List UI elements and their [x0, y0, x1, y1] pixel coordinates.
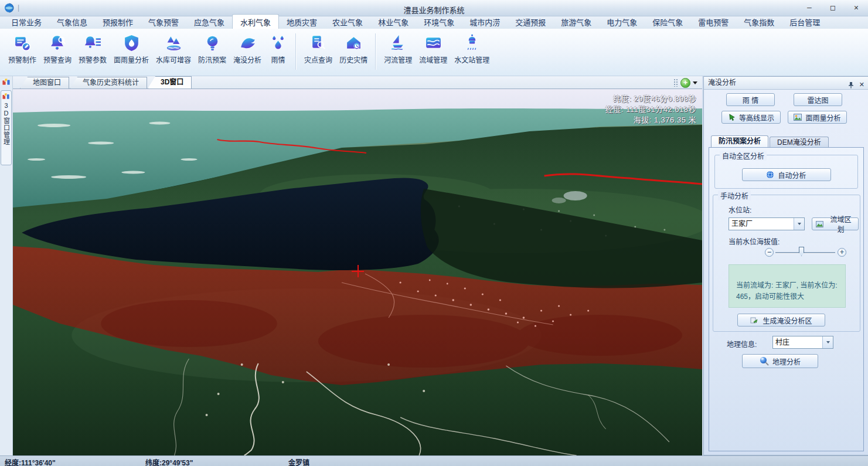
tab-3d-window[interactable]: 3D窗口 [148, 76, 192, 89]
ribbon-button-label: 预警查询 [43, 55, 72, 64]
panel-close-icon[interactable]: ✕ [859, 79, 864, 91]
basin-management-button[interactable]: 流域管理 [416, 33, 451, 65]
panel-title: 淹没分析 [708, 79, 736, 87]
magnifier-sphere-icon [760, 356, 769, 366]
ribbon-button-label: 雨情 [271, 55, 285, 64]
combo-dropdown-button[interactable] [794, 218, 804, 230]
manual-analysis-group: 手动分析 水位站: 王家厂 流域区划 当前水位海拔值: − + 当前流域为: 王… [713, 195, 860, 332]
ribbon-button-label: 水库可增容 [156, 55, 191, 64]
flood-plan-icon [203, 33, 222, 53]
menu-item-1[interactable]: 气象信息 [49, 15, 95, 29]
ribbon-button-label: 水文站管理 [454, 55, 489, 64]
minimize-button[interactable]: – [805, 3, 814, 12]
ribbon-button-label: 面雨量分析 [114, 55, 149, 64]
flood-submerge-icon [238, 33, 257, 53]
contour-display-button[interactable]: 等高线显示 [721, 111, 781, 124]
menu-item-17[interactable]: 后台管理 [782, 15, 828, 29]
title-bar: | 澧县业务制作系统 – □ ✕ [0, 0, 868, 16]
tab-weather-history[interactable]: 气象历史资料统计 [70, 77, 147, 89]
maximize-button[interactable]: □ [828, 3, 838, 12]
warning-query-button[interactable]: 预警查询 [40, 33, 75, 65]
pin-icon[interactable] [848, 81, 854, 89]
panel-tab-0[interactable]: 防汛预案分析 [711, 135, 768, 148]
submerge-analysis-button[interactable]: 淹没分析 [230, 33, 265, 65]
rain-info-button[interactable]: 雨情 [265, 33, 291, 65]
latitude-readout: 纬度: 29度46分0.898秒 [605, 94, 696, 104]
menu-item-8[interactable]: 林业气象 [370, 15, 416, 29]
picture-icon [816, 221, 823, 227]
analysis-info-box: 当前流域为: 王家厂, 当前水位为: 465，启动可能性很大 [729, 264, 846, 308]
generate-submerge-area-button[interactable]: 生成淹没分析区 [737, 314, 825, 326]
chevron-down-icon [798, 223, 801, 225]
warning-compose-button[interactable]: 预警制作 [5, 33, 40, 65]
slider-decrease-button[interactable]: − [765, 248, 774, 257]
hydrostation-icon [462, 33, 482, 53]
rain-condition-button[interactable]: 雨 情 [726, 93, 775, 106]
status-latitude: 纬度:29°49'53" [145, 457, 193, 466]
close-button[interactable]: ✕ [852, 3, 861, 12]
station-label: 水位站: [729, 205, 751, 215]
disaster-query-button[interactable]: 灾点查询 [301, 33, 336, 65]
hydrostation-management-button[interactable]: 水文站管理 [451, 33, 493, 65]
warning-params-icon [83, 33, 103, 53]
ribbon-group-1: 灾点查询 历史灾情 [301, 33, 371, 65]
ribbon-button-label: 河流管理 [384, 55, 412, 64]
chevron-down-icon [826, 341, 830, 343]
ribbon-group-0: 预警制作 预警查询 预警参数 面雨量分析 水库可增容 防汛预案 淹没分析 雨情 [5, 33, 291, 65]
toolbar-grip-handle[interactable] [673, 79, 678, 87]
flood-plan-button[interactable]: 防汛预案 [195, 33, 230, 65]
area-rainfall-button[interactable]: 面雨量分析 [110, 33, 152, 65]
menu-item-3[interactable]: 气象预警 [141, 15, 186, 29]
cursor-export-icon [750, 317, 759, 324]
geo-info-combobox[interactable]: 村庄 [772, 336, 833, 349]
disaster-search-icon [309, 33, 328, 53]
menu-item-2[interactable]: 预报制作 [95, 15, 141, 29]
add-view-button[interactable]: + [680, 78, 690, 88]
window-title: 澧县业务制作系统 [0, 4, 868, 15]
river-management-button[interactable]: 河流管理 [380, 33, 416, 65]
sidebar-tab-label: 3D窗口管理 [2, 102, 11, 145]
chevron-down-icon[interactable] [693, 81, 697, 84]
menu-item-0[interactable]: 日常业务 [4, 15, 49, 29]
water-level-slider-thumb[interactable] [799, 247, 804, 256]
radar-chart-button[interactable]: 雷达图 [794, 93, 842, 106]
analysis-info-text: 当前流域为: 王家厂, 当前水位为: 465，启动可能性很大 [736, 281, 838, 301]
basin-zoning-button[interactable]: 流域区划 [812, 217, 859, 230]
ribbon-button-label: 历史灾情 [339, 55, 367, 64]
left-dock-strip: 3D窗口管理 [0, 76, 13, 455]
reservoir-capacity-button[interactable]: 水库可增容 [152, 33, 195, 65]
document-tab-strip: 地图窗口气象历史资料统计3D窗口 + [13, 76, 702, 89]
sidebar-tab-3d-window-manager[interactable]: 3D窗口管理 [1, 90, 12, 165]
globe-icon [766, 171, 774, 179]
rain-info-icon [268, 33, 288, 53]
warning-params-button[interactable]: 预警参数 [75, 33, 110, 65]
menu-item-12[interactable]: 旅游气象 [553, 15, 599, 29]
menu-item-9[interactable]: 环境气象 [416, 15, 462, 29]
menu-item-7[interactable]: 农业气象 [325, 15, 370, 29]
area-rainfall-panel-button[interactable]: 面雨量分析 [788, 111, 847, 124]
map-3d-viewport[interactable]: 纬度: 29度46分0.898秒 经度: 111度31分42.618秒 海拔: … [13, 89, 702, 455]
menu-item-14[interactable]: 保险气象 [645, 15, 690, 29]
menu-item-6[interactable]: 地质灾害 [279, 15, 325, 29]
menu-item-16[interactable]: 气象指数 [736, 15, 782, 29]
geo-analysis-button[interactable]: 地理分析 [742, 354, 818, 368]
auto-analysis-button[interactable]: 自动分析 [742, 168, 831, 181]
station-value: 王家厂 [729, 218, 794, 230]
disaster-history-button[interactable]: 历史灾情 [336, 33, 371, 65]
water-level-slider-track[interactable] [775, 252, 835, 254]
menu-item-4[interactable]: 应急气象 [186, 15, 232, 29]
menu-item-13[interactable]: 电力气象 [599, 15, 645, 29]
ribbon-button-label: 预警参数 [79, 55, 107, 64]
menu-item-5[interactable]: 水利气象 [232, 14, 279, 29]
panel-tab-strip: 防汛预案分析DEM淹没分析 [711, 135, 830, 148]
menu-item-10[interactable]: 城市内涝 [462, 15, 508, 29]
combo-dropdown-button[interactable] [822, 336, 833, 348]
panel-tab-1[interactable]: DEM淹没分析 [770, 137, 829, 148]
status-bar: 经度:111°36'40" 纬度:29°49'53" 金罗镇 [0, 455, 868, 466]
tab-map-window[interactable]: 地图窗口 [20, 77, 69, 89]
slider-increase-button[interactable]: + [838, 248, 846, 257]
menu-item-15[interactable]: 雷电预警 [690, 15, 736, 29]
panel-header: 淹没分析 ✕ [704, 77, 868, 90]
menu-item-11[interactable]: 交通预报 [508, 15, 553, 29]
station-combobox[interactable]: 王家厂 [729, 217, 805, 230]
